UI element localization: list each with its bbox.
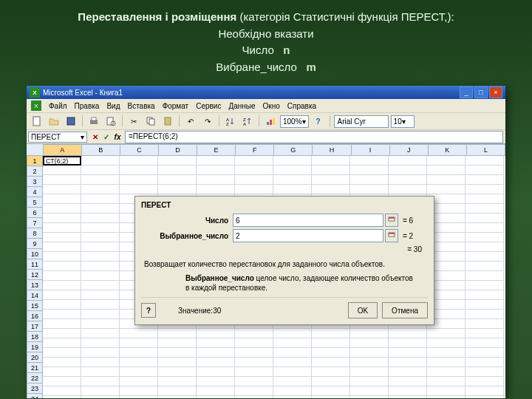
- cell[interactable]: [312, 175, 350, 185]
- print-icon[interactable]: [86, 114, 101, 129]
- cell[interactable]: [81, 214, 120, 223]
- cell[interactable]: [197, 175, 235, 185]
- cell[interactable]: [43, 242, 81, 252]
- cell[interactable]: [235, 175, 273, 185]
- row-header[interactable]: 21: [27, 363, 43, 373]
- cell[interactable]: [466, 319, 504, 329]
- select-all-corner[interactable]: [27, 144, 44, 156]
- cell[interactable]: [197, 367, 235, 377]
- cell[interactable]: [350, 377, 389, 386]
- paste-icon[interactable]: [160, 114, 175, 129]
- cell[interactable]: [312, 367, 350, 377]
- cell[interactable]: [312, 156, 350, 166]
- cell[interactable]: [81, 262, 120, 271]
- cell[interactable]: [120, 175, 158, 185]
- cell[interactable]: [466, 175, 504, 185]
- cell[interactable]: [43, 377, 81, 386]
- col-header[interactable]: F: [236, 144, 274, 156]
- cell[interactable]: [312, 348, 350, 358]
- col-header[interactable]: G: [274, 144, 313, 156]
- cell[interactable]: [197, 156, 235, 166]
- cell[interactable]: [466, 290, 504, 300]
- cell[interactable]: [120, 338, 158, 348]
- cell[interactable]: [81, 290, 120, 300]
- cell[interactable]: [43, 252, 81, 262]
- cell[interactable]: [350, 386, 389, 396]
- cell[interactable]: [273, 358, 312, 367]
- cell[interactable]: [81, 242, 120, 252]
- col-header[interactable]: B: [82, 144, 120, 156]
- font-name-box[interactable]: Arial Cyr: [334, 115, 389, 128]
- cell[interactable]: [235, 396, 273, 398]
- row-header[interactable]: 22: [27, 373, 43, 383]
- cell[interactable]: [197, 377, 235, 386]
- cell[interactable]: [197, 386, 235, 396]
- cell[interactable]: [158, 166, 197, 175]
- cell[interactable]: [81, 166, 120, 175]
- cell[interactable]: [120, 329, 158, 338]
- cell[interactable]: [158, 367, 197, 377]
- cell[interactable]: [43, 204, 81, 214]
- cell[interactable]: [350, 348, 389, 358]
- cell[interactable]: [389, 338, 427, 348]
- cell[interactable]: [466, 214, 504, 223]
- cell[interactable]: [427, 156, 466, 166]
- cell[interactable]: [81, 185, 120, 194]
- cell[interactable]: [81, 252, 120, 262]
- cell[interactable]: [389, 367, 427, 377]
- cell[interactable]: [81, 175, 120, 185]
- row-header[interactable]: 5: [27, 197, 43, 208]
- cell[interactable]: [427, 386, 466, 396]
- cell[interactable]: [81, 156, 120, 166]
- cell[interactable]: [158, 185, 197, 194]
- cell[interactable]: [120, 367, 158, 377]
- cell[interactable]: [350, 185, 389, 194]
- maximize-button[interactable]: □: [474, 86, 488, 98]
- cell[interactable]: [466, 377, 504, 386]
- cell[interactable]: [81, 310, 120, 319]
- row-header[interactable]: 23: [27, 383, 43, 394]
- cell[interactable]: [466, 242, 504, 252]
- cell[interactable]: [389, 377, 427, 386]
- row-header[interactable]: 6: [27, 208, 43, 218]
- row-header[interactable]: 17: [27, 321, 43, 332]
- formula-cancel-icon[interactable]: ✕: [90, 132, 100, 142]
- arg2-input[interactable]: 2: [233, 229, 383, 242]
- cell[interactable]: [81, 194, 120, 204]
- sort-desc-icon[interactable]: ZA: [240, 114, 255, 129]
- sort-asc-icon[interactable]: AZ: [223, 114, 238, 129]
- cell[interactable]: [389, 175, 427, 185]
- cell[interactable]: [43, 290, 81, 300]
- cell[interactable]: [81, 233, 120, 242]
- cell[interactable]: [350, 166, 389, 175]
- dialog-help-button[interactable]: ?: [141, 303, 156, 318]
- cell[interactable]: [81, 319, 120, 329]
- cell[interactable]: [197, 185, 235, 194]
- cell[interactable]: [43, 367, 81, 377]
- cell[interactable]: [43, 396, 81, 398]
- cell[interactable]: [427, 377, 466, 386]
- cell[interactable]: [120, 166, 158, 175]
- row-header[interactable]: 13: [27, 280, 43, 290]
- menu-format[interactable]: Формат: [163, 102, 189, 110]
- cell[interactable]: [350, 367, 389, 377]
- cell[interactable]: [43, 329, 81, 338]
- formula-enter-icon[interactable]: ✓: [101, 132, 112, 142]
- cell[interactable]: [466, 185, 504, 194]
- cell[interactable]: [466, 358, 504, 367]
- cell[interactable]: [466, 348, 504, 358]
- cell[interactable]: [389, 156, 427, 166]
- cell[interactable]: [466, 300, 504, 310]
- cell[interactable]: [158, 396, 197, 398]
- copy-icon[interactable]: [143, 114, 158, 129]
- cell[interactable]: [350, 338, 389, 348]
- cell[interactable]: [120, 396, 158, 398]
- row-header[interactable]: 18: [27, 332, 43, 342]
- cell[interactable]: [197, 329, 235, 338]
- cell[interactable]: [81, 367, 120, 377]
- cell[interactable]: [43, 271, 81, 281]
- cell[interactable]: [427, 185, 466, 194]
- cell[interactable]: [43, 338, 81, 348]
- cell[interactable]: [427, 338, 466, 348]
- row-header[interactable]: 9: [27, 239, 43, 249]
